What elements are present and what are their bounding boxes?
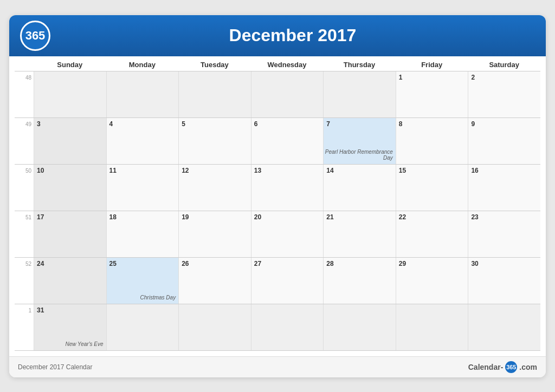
week-row: 131New Year's Eve	[15, 304, 540, 351]
day-number: 17	[37, 213, 104, 221]
day-header-wednesday: Wednesday	[251, 56, 324, 71]
day-cell[interactable]: 4	[106, 118, 179, 164]
day-number: 9	[471, 120, 538, 128]
day-header-saturday: Saturday	[468, 56, 540, 71]
day-header-tuesday: Tuesday	[178, 56, 251, 71]
day-cell[interactable]: 15	[396, 165, 468, 211]
day-number: 8	[399, 120, 466, 128]
day-cell[interactable]: 7Pearl Harbor Remembrance Day	[323, 118, 396, 164]
day-cell[interactable]: 16	[468, 165, 540, 211]
day-number: 31	[37, 306, 104, 314]
event-label: Pearl Harbor Remembrance Day	[324, 149, 393, 161]
day-cell[interactable]: 21	[323, 211, 396, 257]
event-label: New Year's Eve	[65, 341, 103, 347]
day-cell[interactable]: 30	[468, 258, 540, 304]
day-number: 10	[37, 167, 104, 174]
day-cell[interactable]: 2	[468, 71, 540, 117]
day-number: 1	[399, 74, 466, 81]
day-cell[interactable]: 24	[34, 258, 106, 304]
day-cell[interactable]: 22	[396, 211, 468, 257]
day-cell[interactable]	[468, 304, 540, 350]
day-number: 12	[182, 167, 248, 174]
day-cell[interactable]	[323, 71, 396, 117]
day-number: 26	[182, 260, 248, 267]
week-number: 49	[15, 118, 34, 164]
day-number: 23	[471, 213, 538, 221]
week-number: 50	[15, 165, 34, 211]
day-cell[interactable]: 12	[178, 165, 251, 211]
week-row: 5117181920212223	[15, 211, 540, 257]
day-number: 21	[326, 213, 393, 221]
day-number: 16	[471, 167, 538, 174]
day-cell[interactable]	[251, 71, 324, 117]
day-header-monday: Monday	[106, 56, 179, 71]
day-cell[interactable]: 18	[106, 211, 179, 257]
day-cell[interactable]: 19	[178, 211, 251, 257]
day-cell[interactable]: 11	[106, 165, 179, 211]
day-number: 5	[182, 120, 248, 128]
calendar-footer: December 2017 Calendar Calendar-365.com	[9, 356, 546, 377]
day-number: 14	[326, 167, 393, 174]
day-cell[interactable]: 25Christmas Day	[106, 258, 179, 304]
day-cell[interactable]: 31New Year's Eve	[34, 304, 106, 350]
footer-brand-pre: Calendar-	[468, 363, 504, 371]
day-number: 7	[326, 120, 393, 128]
day-cell[interactable]	[251, 304, 324, 350]
day-header-thursday: Thursday	[323, 56, 396, 71]
day-number: 15	[399, 167, 466, 174]
day-number: 6	[254, 120, 321, 128]
day-cell[interactable]	[323, 304, 396, 350]
day-cell[interactable]: 17	[34, 211, 106, 257]
day-cell[interactable]: 26	[178, 258, 251, 304]
week-number: 52	[15, 258, 34, 304]
week-number: 51	[15, 211, 34, 257]
footer-left-text: December 2017 Calendar	[18, 363, 92, 371]
day-cell[interactable]: 5	[178, 118, 251, 164]
day-cell[interactable]: 20	[251, 211, 324, 257]
day-number: 24	[37, 260, 104, 267]
day-number: 27	[254, 260, 321, 267]
footer-brand-badge: 365	[505, 361, 517, 373]
day-number: 29	[399, 260, 466, 267]
day-number: 18	[109, 213, 176, 221]
day-cell[interactable]: 8	[396, 118, 468, 164]
day-cell[interactable]: 6	[251, 118, 324, 164]
day-number: 19	[182, 213, 248, 221]
day-cell[interactable]	[396, 304, 468, 350]
day-cell[interactable]: 10	[34, 165, 106, 211]
day-cell[interactable]: 14	[323, 165, 396, 211]
week-number: 48	[15, 71, 34, 117]
day-cell[interactable]	[106, 304, 179, 350]
day-cell[interactable]: 13	[251, 165, 324, 211]
day-number: 3	[37, 120, 104, 128]
day-number: 25	[109, 260, 176, 267]
day-cell[interactable]: 3	[34, 118, 106, 164]
week-row: 4812	[15, 71, 540, 117]
day-cell[interactable]: 9	[468, 118, 540, 164]
day-cell[interactable]: 23	[468, 211, 540, 257]
week-row: 5010111213141516	[15, 164, 540, 211]
day-cell[interactable]: 1	[396, 71, 468, 117]
day-number: 13	[254, 167, 321, 174]
day-number: 2	[471, 74, 538, 81]
day-number: 28	[326, 260, 393, 267]
day-cell[interactable]	[106, 71, 179, 117]
calendar-grid: 48124934567Pearl Harbor Remembrance Day8…	[15, 71, 540, 351]
day-cell[interactable]	[178, 71, 251, 117]
day-cell[interactable]: 29	[396, 258, 468, 304]
day-cell[interactable]	[178, 304, 251, 350]
calendar-header: 365 December 2017	[9, 15, 546, 56]
day-number: 30	[471, 260, 538, 267]
day-cell[interactable]	[34, 71, 106, 117]
day-cell[interactable]: 27	[251, 258, 324, 304]
calendar-body: Sunday Monday Tuesday Wednesday Thursday…	[9, 56, 546, 356]
day-cell[interactable]: 28	[323, 258, 396, 304]
calendar-container: 365 December 2017 Sunday Monday Tuesday …	[9, 15, 546, 377]
day-header-friday: Friday	[396, 56, 468, 71]
week-row: 522425Christmas Day2627282930	[15, 257, 540, 304]
footer-brand-post: .com	[519, 363, 537, 371]
week-number: 1	[15, 304, 34, 350]
footer-right: Calendar-365.com	[468, 361, 537, 373]
day-header-sunday: Sunday	[34, 56, 106, 71]
day-number: 11	[109, 167, 176, 174]
